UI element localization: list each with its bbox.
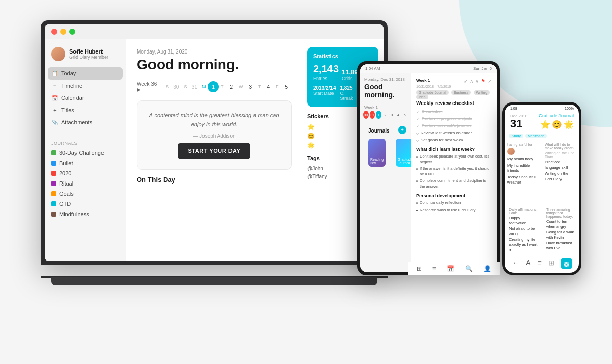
- tablet-add-journal-button[interactable]: +: [398, 126, 406, 134]
- stats-cstreak: 1,825 C. Streak: [340, 85, 354, 101]
- journal-30day-label: 30-Day Challenge: [59, 150, 104, 156]
- day-5: 5: [280, 81, 292, 92]
- tablet-week-row: 30 31 1 2 3 4 5: [360, 111, 411, 119]
- bullet-dot-4: [416, 202, 418, 204]
- phone-toolbar-align[interactable]: ≡: [538, 258, 542, 269]
- check-icon-2: ✓: [416, 117, 420, 121]
- tablet-toolbar-list[interactable]: ≡: [432, 265, 436, 272]
- phone-tags-row: Study Meditation: [505, 132, 579, 140]
- minimize-dot[interactable]: [60, 29, 66, 35]
- tablet-greeting: Good morning.: [360, 83, 411, 103]
- phone-three-1: Count to ten when angry: [546, 219, 575, 230]
- journal-2020-label: 2020: [59, 170, 71, 176]
- journal-ritual-label: Ritual: [59, 180, 73, 187]
- sticker-emoji-1: ⭐: [307, 123, 315, 131]
- today-icon: 📋: [51, 70, 58, 77]
- phone-battery: 100%: [565, 107, 574, 110]
- sidebar-user-info: Sofie Hubert Grid Diary Member: [69, 48, 120, 60]
- chevron-up-icon[interactable]: ∧: [470, 78, 473, 84]
- checklist-inbox: ✓ Clear inbox: [416, 109, 492, 114]
- chevron-down-icon[interactable]: ∨: [475, 78, 479, 84]
- tablet-right: Week 1 10/31/2018 - 7/5/2019 ⤢ ∧ ∨ ⚑ ↗: [411, 73, 497, 272]
- phone-toolbar: ← A ≡ ⊞ ▩: [505, 255, 579, 273]
- bullet-dot-2: [416, 168, 418, 170]
- scene: Sofie Hubert Grid Diary Member 📋 Today ≡: [0, 0, 612, 364]
- sidebar-nav: 📋 Today ≡ Timeline 📅 Calendar: [45, 67, 126, 128]
- phone-tag-meditation: Meditation: [525, 134, 547, 138]
- tablet-journal-1[interactable]: Reading 365: [368, 139, 386, 167]
- personal-item-1-label: Continue daily reflection: [420, 200, 461, 206]
- phone-content: I am grateful for My health body My incr…: [505, 140, 579, 205]
- tablet-toolbar-search[interactable]: 🔍: [465, 265, 473, 272]
- sidebar-item-timeline-label: Timeline: [61, 83, 82, 89]
- phone-sticker-1: ⭐: [540, 120, 550, 129]
- phone-toolbar-image[interactable]: ⊞: [548, 258, 554, 269]
- journal-2020[interactable]: 2020: [45, 168, 126, 178]
- sidebar-item-attachments[interactable]: 📎 Attachments: [45, 116, 126, 128]
- sidebar-item-timeline[interactable]: ≡ Timeline: [45, 80, 126, 92]
- close-dot[interactable]: [51, 29, 57, 35]
- sticker-emoji-3: 🌟: [307, 142, 315, 149]
- what-item-3-label: Complete commitment and discipline is th…: [420, 178, 492, 189]
- start-day-button[interactable]: START YOUR DAY: [178, 143, 251, 159]
- journal-dot-bullet: [51, 161, 56, 166]
- tw-day-3: 3: [389, 111, 395, 119]
- checklist-goals-label: Set goals for next week: [421, 138, 463, 142]
- journal-goals[interactable]: Goals: [45, 189, 126, 199]
- tw-day-2: 2: [382, 111, 388, 119]
- tablet-content: Monday, Dec 31, 2018 Good morning. Week …: [360, 73, 497, 272]
- tablet-statusdate: Sun Jan 6: [473, 66, 492, 71]
- phone-toolbar-back[interactable]: ←: [512, 258, 519, 269]
- tw-day-31: 31: [370, 111, 375, 119]
- tablet-journal-2[interactable]: Gratitude Journal: [396, 139, 411, 167]
- sidebar-item-titles[interactable]: ✦ Titles: [45, 104, 126, 116]
- journal-gtd[interactable]: GTD: [45, 199, 126, 209]
- phone-three-title: Three amazing things that happened today…: [546, 207, 575, 218]
- phone-affirmations-col: Daily affirmations, I am: Happy Motivati…: [505, 205, 542, 255]
- day-30: 30: [171, 81, 182, 92]
- phone-journal-label: Gratitude Journal: [539, 113, 574, 118]
- expand-icon[interactable]: ⤢: [464, 78, 468, 84]
- share-icon[interactable]: ↗: [488, 78, 492, 84]
- phone-grid-tag: Writing on the Grid Diary: [545, 151, 576, 159]
- phone-grateful-2: My incredible friends: [507, 163, 539, 174]
- checklist-journals-label: Review last week's journals: [422, 123, 472, 128]
- tablet-toolbar-calendar[interactable]: 📅: [447, 265, 454, 272]
- journal-bullet[interactable]: Bullet: [45, 158, 126, 168]
- sidebar-item-calendar[interactable]: 📅 Calendar: [45, 92, 126, 104]
- sidebar-user: Sofie Hubert Grid Diary Member: [45, 45, 126, 67]
- circle-icon-2: ○: [416, 138, 419, 143]
- tablet-journal-1-label: Reading 365: [370, 158, 384, 165]
- maximize-dot[interactable]: [69, 29, 75, 35]
- sidebar: Sofie Hubert Grid Diary Member 📋 Today ≡: [45, 39, 126, 261]
- laptop-content: Sofie Hubert Grid Diary Member 📋 Today ≡: [45, 39, 384, 261]
- journal-mindfulness-label: Mindfulness: [59, 211, 89, 217]
- journal-dot-mindfulness: [51, 212, 56, 217]
- journal-mindfulness[interactable]: Mindfulness: [45, 209, 126, 219]
- flag-icon[interactable]: ⚑: [481, 78, 486, 84]
- phone-toolbar-text[interactable]: A: [526, 258, 530, 269]
- laptop-screen: Sofie Hubert Grid Diary Member 📋 Today ≡: [45, 24, 384, 261]
- journal-30day[interactable]: 30-Day Challenge: [45, 148, 126, 158]
- sidebar-item-calendar-label: Calendar: [61, 95, 84, 101]
- phone-sticker-2: 😊: [552, 120, 562, 129]
- journal-dot-ritual: [51, 181, 56, 186]
- quote-card: A contented mind is the greatest blessin…: [137, 100, 292, 170]
- sidebar-item-titles-label: Titles: [61, 107, 74, 113]
- journal-ritual[interactable]: Ritual: [45, 178, 126, 189]
- phone-grateful-3: Today's beautiful weather: [507, 175, 539, 186]
- phone-sticker-3: 🌟: [564, 120, 574, 129]
- stats-entries-label: Entries: [313, 76, 339, 81]
- tablet-toolbar-grid[interactable]: ⊞: [417, 265, 422, 272]
- sidebar-item-today[interactable]: 📋 Today: [48, 67, 123, 80]
- tablet-right-week: Week 1: [416, 78, 451, 83]
- tag-tiffany-label: @Tiffany: [307, 174, 327, 179]
- titles-icon: ✦: [51, 107, 58, 114]
- day-2: 2: [225, 81, 237, 92]
- phone-toolbar-color[interactable]: ▩: [561, 258, 572, 269]
- phone-affirmations-title: Daily affirmations, I am:: [509, 207, 538, 215]
- tablet-toolbar-person[interactable]: 👤: [483, 265, 491, 272]
- tag-gratitude: Gratitude Journal: [416, 90, 449, 95]
- checklist-projects: ✓ Review in-progress projects: [416, 116, 492, 121]
- tablet-toolbar: ⊞ ≡ 📅 🔍 👤: [411, 262, 497, 272]
